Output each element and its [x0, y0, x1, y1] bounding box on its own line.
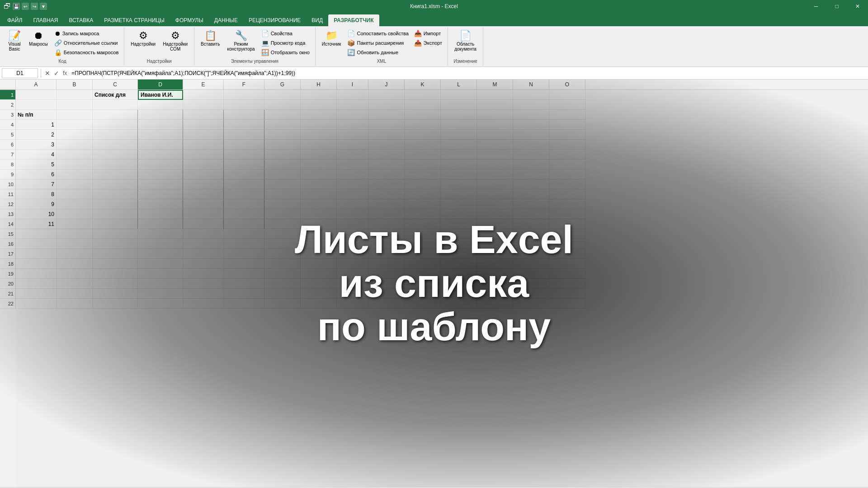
cell-G16[interactable] [264, 239, 301, 249]
cell-G6[interactable] [264, 140, 301, 150]
cell-J6[interactable] [368, 140, 405, 150]
com-addins-button[interactable]: ⚙ НадстройкиCOM [160, 29, 190, 53]
cell-H20[interactable] [301, 279, 337, 289]
cell-I9[interactable] [337, 169, 368, 179]
cell-A17[interactable] [16, 249, 57, 259]
cell-M20[interactable] [477, 279, 513, 289]
xml-import-button[interactable]: 📥 Импорт [412, 29, 444, 38]
cell-F20[interactable] [224, 279, 264, 289]
cell-B20[interactable] [57, 279, 93, 289]
cell-D4[interactable] [138, 120, 183, 130]
tab-data[interactable]: ДАННЫЕ [209, 14, 243, 26]
cell-D9[interactable] [138, 169, 183, 179]
cell-I17[interactable] [337, 249, 368, 259]
cell-F6[interactable] [224, 140, 264, 150]
cell-D17[interactable] [138, 249, 183, 259]
cell-M17[interactable] [477, 249, 513, 259]
cell-L8[interactable] [441, 160, 477, 169]
cell-F3[interactable] [224, 110, 264, 120]
cell-D3[interactable] [138, 110, 183, 120]
cell-K10[interactable] [405, 179, 441, 189]
cell-K13[interactable] [405, 209, 441, 219]
row-header-6[interactable]: 6 [0, 140, 16, 150]
row-header-15[interactable]: 15 [0, 229, 16, 239]
cell-H17[interactable] [301, 249, 337, 259]
cell-I18[interactable] [337, 259, 368, 269]
cell-A8[interactable]: 5 [16, 160, 57, 169]
cell-N15[interactable] [513, 229, 549, 239]
refresh-data-button[interactable]: 🔄 Обновить данные [345, 48, 410, 57]
cell-M14[interactable] [477, 219, 513, 229]
cell-C9[interactable] [93, 169, 138, 179]
cell-G17[interactable] [264, 249, 301, 259]
cell-A19[interactable] [16, 269, 57, 279]
cell-D5[interactable] [138, 130, 183, 140]
cell-B13[interactable] [57, 209, 93, 219]
cell-E14[interactable] [183, 219, 224, 229]
cell-J15[interactable] [368, 229, 405, 239]
tab-insert[interactable]: ВСТАВКА [63, 14, 99, 26]
cell-F16[interactable] [224, 239, 264, 249]
addins-button[interactable]: ⚙ Надстройки [128, 29, 158, 48]
cell-J22[interactable] [368, 299, 405, 309]
cell-C12[interactable] [93, 199, 138, 209]
cell-N5[interactable] [513, 130, 549, 140]
cell-D14[interactable] [138, 219, 183, 229]
cell-I6[interactable] [337, 140, 368, 150]
cell-F2[interactable] [224, 100, 264, 110]
cell-I15[interactable] [337, 229, 368, 239]
cell-H16[interactable] [301, 239, 337, 249]
maximize-button[interactable]: □ [826, 0, 847, 13]
cell-H9[interactable] [301, 169, 337, 179]
cell-I2[interactable] [337, 100, 368, 110]
cell-N8[interactable] [513, 160, 549, 169]
cell-J2[interactable] [368, 100, 405, 110]
cell-J5[interactable] [368, 130, 405, 140]
cell-B2[interactable] [57, 100, 93, 110]
cell-A3[interactable]: № п/п [16, 110, 57, 120]
cell-B22[interactable] [57, 299, 93, 309]
cell-J16[interactable] [368, 239, 405, 249]
close-button[interactable]: ✕ [847, 0, 868, 13]
cell-D21[interactable] [138, 289, 183, 299]
cell-K6[interactable] [405, 140, 441, 150]
cell-E11[interactable] [183, 189, 224, 199]
cell-L18[interactable] [441, 259, 477, 269]
cell-D20[interactable] [138, 279, 183, 289]
cell-L3[interactable] [441, 110, 477, 120]
save-icon[interactable]: 💾 [13, 3, 20, 10]
relative-refs-button[interactable]: 🔗 Относительные ссылки [52, 38, 121, 47]
xml-source-button[interactable]: 📁 Источник [319, 29, 344, 48]
col-header-C[interactable]: C [93, 80, 138, 89]
cell-G4[interactable] [264, 120, 301, 130]
cell-L7[interactable] [441, 150, 477, 160]
cell-D2[interactable] [138, 100, 183, 110]
cell-K5[interactable] [405, 130, 441, 140]
cell-F10[interactable] [224, 179, 264, 189]
cell-O14[interactable] [549, 219, 585, 229]
view-code-button[interactable]: 💻 Просмотр кода [259, 38, 311, 47]
tab-view[interactable]: ВИД [306, 14, 328, 26]
cell-H6[interactable] [301, 140, 337, 150]
col-header-E[interactable]: E [183, 80, 224, 89]
cell-L6[interactable] [441, 140, 477, 150]
cell-F18[interactable] [224, 259, 264, 269]
cell-C21[interactable] [93, 289, 138, 299]
cell-F11[interactable] [224, 189, 264, 199]
cell-C17[interactable] [93, 249, 138, 259]
cell-I12[interactable] [337, 199, 368, 209]
cell-N12[interactable] [513, 199, 549, 209]
col-header-K[interactable]: K [405, 80, 441, 89]
corner-cell[interactable] [0, 80, 16, 89]
row-header-2[interactable]: 2 [0, 100, 16, 110]
cell-I13[interactable] [337, 209, 368, 219]
row-header-22[interactable]: 22 [0, 299, 16, 309]
confirm-formula-icon[interactable]: ✓ [53, 70, 60, 77]
col-header-O[interactable]: O [549, 80, 585, 89]
cell-B15[interactable] [57, 229, 93, 239]
cell-M15[interactable] [477, 229, 513, 239]
tab-page-layout[interactable]: РАЗМЕТКА СТРАНИЦЫ [99, 14, 170, 26]
cell-E17[interactable] [183, 249, 224, 259]
row-header-12[interactable]: 12 [0, 199, 16, 209]
cell-G19[interactable] [264, 269, 301, 279]
